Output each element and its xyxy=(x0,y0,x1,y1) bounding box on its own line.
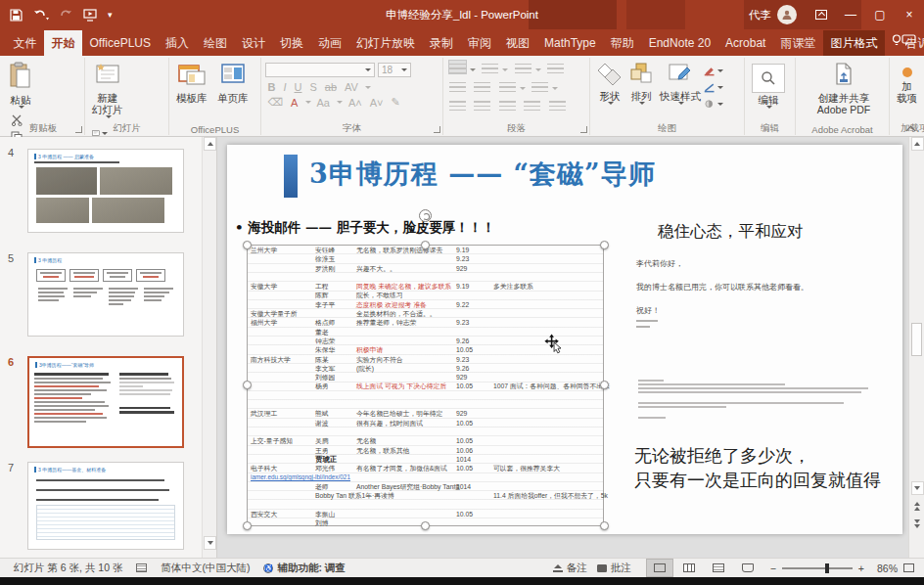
tab-insert[interactable]: 插入 xyxy=(158,30,196,56)
font-name-select[interactable] xyxy=(265,63,375,77)
spellcheck-icon[interactable] xyxy=(136,563,147,572)
normal-view-button[interactable] xyxy=(647,560,672,576)
tab-home[interactable]: 开始 xyxy=(44,30,82,56)
quick-styles-button[interactable]: 快速样式 xyxy=(657,60,704,112)
tab-officeplus[interactable]: OfficePLUS xyxy=(82,30,158,56)
scroll-up-icon[interactable] xyxy=(204,137,216,151)
shape-effects-icon[interactable] xyxy=(704,97,723,112)
char-spacing-button[interactable]: AV xyxy=(343,81,361,93)
thumbnail-slide-5[interactable]: 3 申博历程 xyxy=(27,252,184,337)
tab-design[interactable]: 设计 xyxy=(234,30,272,56)
tab-help[interactable]: 帮助 xyxy=(603,30,641,56)
template-library-button[interactable]: 模板库 xyxy=(173,60,210,106)
text-direction-button[interactable] xyxy=(547,61,564,73)
highlight-button[interactable]: ✎ xyxy=(389,96,402,109)
thumbnail-slide-6-selected[interactable]: 3申博历程——“套磁”导师 xyxy=(27,356,184,448)
justify-button[interactable] xyxy=(524,98,540,111)
smartart-button[interactable] xyxy=(549,98,566,111)
thumbnail-slide-4[interactable]: 3 申博历程 —— 启蒙准备 xyxy=(27,149,184,233)
zoom-percentage[interactable]: 86% xyxy=(864,562,898,574)
scrollbar-thumb[interactable] xyxy=(911,323,922,356)
quote-text[interactable]: 无论被拒绝了多少次， 只要有一次是正向的回复就值得 xyxy=(634,444,881,493)
hyperlink[interactable]: iamer.edu.sg/gmlsqngj-lbl/index/021 xyxy=(248,472,453,481)
tab-review[interactable]: 审阅 xyxy=(460,30,498,56)
addins-button[interactable]: 加 载项 xyxy=(894,60,920,106)
selection-handle[interactable] xyxy=(600,381,609,389)
previous-slide-icon[interactable] xyxy=(911,499,924,513)
arrange-button[interactable]: 排列 xyxy=(625,60,657,112)
comments-toggle[interactable]: 批注 xyxy=(597,562,631,575)
tab-endnote[interactable]: EndNote 20 xyxy=(641,30,717,56)
language-indicator[interactable]: 简体中文(中国大陆) xyxy=(161,562,250,575)
maximize-icon[interactable]: ▢ xyxy=(865,0,895,29)
numbering-button[interactable] xyxy=(482,61,498,73)
account-chip[interactable]: 代李 xyxy=(749,5,797,24)
scroll-up-icon[interactable] xyxy=(911,137,924,151)
tab-record[interactable]: 录制 xyxy=(422,30,460,56)
strikethrough-button[interactable]: ab xyxy=(322,81,339,93)
edit-button[interactable]: 编辑 xyxy=(749,60,788,111)
tab-draw[interactable]: 绘图 xyxy=(196,30,234,56)
tab-animations[interactable]: 动画 xyxy=(310,30,348,56)
align-center-button[interactable] xyxy=(474,98,490,111)
selection-handle[interactable] xyxy=(421,521,430,530)
create-share-pdf-button[interactable]: 创建并共享 Adobe PDF xyxy=(800,60,888,117)
thumbnail-slide-7[interactable]: 3 申博历程——基金、材料准备 xyxy=(27,462,184,550)
notes-toggle[interactable]: 备注 xyxy=(553,562,587,575)
font-dialog-launcher-icon[interactable] xyxy=(434,126,440,133)
tab-picture-format[interactable]: 图片格式 xyxy=(823,30,885,56)
close-icon[interactable]: × xyxy=(895,0,924,29)
scroll-down-icon[interactable] xyxy=(204,536,216,550)
redo-icon[interactable] xyxy=(60,9,72,22)
selection-handle[interactable] xyxy=(600,521,609,530)
bold-button[interactable]: B xyxy=(265,81,278,93)
increase-indent-button[interactable] xyxy=(474,79,490,92)
tab-rain-classroom[interactable]: 雨课堂 xyxy=(773,30,823,56)
shape-fill-icon[interactable] xyxy=(704,64,723,78)
slide-bullet[interactable]: • 海投邮件 —— 胆子要大，脸皮要厚！！！ xyxy=(235,219,495,237)
zoom-slider-thumb[interactable] xyxy=(825,563,829,573)
customize-qat-icon[interactable]: ▾ xyxy=(108,10,113,20)
save-icon[interactable] xyxy=(10,9,23,22)
tab-transitions[interactable]: 切换 xyxy=(272,30,310,56)
selection-handle[interactable] xyxy=(243,521,252,530)
undo-icon[interactable] xyxy=(33,9,49,22)
slideshow-view-button[interactable] xyxy=(735,560,761,576)
change-case-button[interactable]: Aa xyxy=(314,97,332,109)
new-slide-button[interactable]: 新建 幻灯片 xyxy=(89,60,126,120)
shadow-button[interactable]: S xyxy=(307,81,319,93)
selection-handle[interactable] xyxy=(421,241,430,249)
collapse-ribbon-icon[interactable] xyxy=(906,125,916,133)
clear-format-button[interactable]: ⌫ xyxy=(265,96,286,109)
decrease-indent-button[interactable] xyxy=(449,79,466,92)
slide-sorter-view-button[interactable] xyxy=(676,560,702,576)
paragraph-dialog-launcher-icon[interactable] xyxy=(580,126,587,133)
align-left-button[interactable] xyxy=(449,98,466,111)
fit-slide-icon[interactable] xyxy=(903,563,914,572)
tab-mathtype[interactable]: MathType xyxy=(536,30,603,56)
page-library-button[interactable]: 单页库 xyxy=(214,60,252,106)
reading-view-button[interactable] xyxy=(706,560,731,576)
contact-table[interactable]: 兰州大学安钰峰无名额，联系罗洪刚选修课去9.19徐淮玉9.23罗洪刚兴趣不大。。… xyxy=(247,245,604,526)
email-text[interactable]: 李代莉你好， 我的博士名额已用完，你可以联系其他老师看看。 祝好！ xyxy=(636,258,881,332)
selection-handle[interactable] xyxy=(600,241,609,249)
slide-title[interactable]: 3申博历程 —— “套磁”导师 xyxy=(309,157,656,192)
align-text-button[interactable] xyxy=(531,79,548,92)
selection-handle[interactable] xyxy=(243,241,252,249)
shape-outline-icon[interactable] xyxy=(704,80,723,95)
right-heading[interactable]: 稳住心态，平和应对 xyxy=(658,221,804,243)
font-size-select[interactable]: 18 xyxy=(378,63,411,77)
selection-handle[interactable] xyxy=(243,381,252,389)
underline-button[interactable]: U xyxy=(292,81,304,93)
font-color-button[interactable]: A xyxy=(289,97,300,109)
zoom-slider[interactable] xyxy=(782,567,853,569)
paste-button[interactable]: 粘贴 xyxy=(6,60,35,111)
tab-view[interactable]: 视图 xyxy=(498,30,536,56)
align-right-button[interactable] xyxy=(499,98,516,111)
canvas-scrollbar[interactable] xyxy=(908,137,924,558)
line-spacing-button[interactable] xyxy=(515,61,531,73)
tab-file[interactable]: 文件 xyxy=(6,30,44,56)
rotate-handle[interactable] xyxy=(419,209,432,222)
minimize-icon[interactable]: — xyxy=(836,0,865,29)
tab-acrobat[interactable]: Acrobat xyxy=(718,30,773,56)
